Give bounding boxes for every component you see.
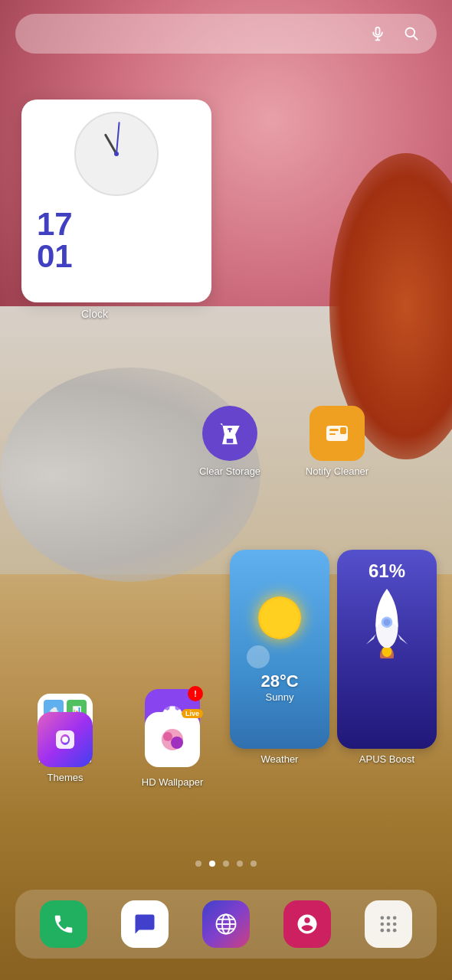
- app-row-1: Clear Storage Notify Cleaner: [0, 406, 452, 477]
- themes-icon: [38, 712, 93, 767]
- themes-label: Themes: [47, 772, 84, 783]
- weather-temperature: 28°C: [260, 671, 298, 691]
- svg-line-4: [414, 36, 418, 40]
- dot-0[interactable]: [195, 861, 201, 867]
- weather-cloud-bubble: [247, 645, 270, 668]
- rocket-icon: [360, 582, 414, 658]
- dock-phone-button[interactable]: [40, 900, 87, 948]
- app-themes[interactable]: Themes: [15, 712, 115, 783]
- svg-point-16: [62, 737, 68, 743]
- dock-messages-button[interactable]: [121, 900, 169, 948]
- clock-center: [114, 152, 119, 156]
- clock-face: [74, 112, 159, 196]
- dock-browser-button[interactable]: [202, 900, 250, 948]
- svg-point-32: [387, 929, 391, 933]
- search-icon[interactable]: [400, 22, 423, 45]
- svg-rect-8: [329, 433, 336, 435]
- notify-cleaner-label: Notify Cleaner: [306, 466, 368, 477]
- hd-wallpaper-icon: [145, 712, 200, 767]
- svg-point-29: [387, 923, 391, 926]
- dot-1[interactable]: [209, 861, 215, 867]
- minute-hand: [116, 122, 120, 154]
- svg-point-25: [381, 916, 385, 920]
- app-row-3: Themes Live HD Wallpaper: [0, 712, 452, 788]
- app-hd-wallpaper[interactable]: Live HD Wallpaper: [123, 712, 222, 788]
- home-screen: 17 01 Clock Clear Storage: [0, 0, 452, 980]
- svg-rect-7: [329, 429, 339, 431]
- svg-point-27: [393, 916, 397, 920]
- settings-notification-badge: !: [188, 686, 203, 701]
- svg-point-19: [171, 737, 183, 749]
- clear-storage-label: Clear Storage: [199, 466, 260, 477]
- notify-cleaner-icon: [310, 406, 365, 461]
- svg-point-31: [381, 929, 385, 933]
- svg-point-26: [387, 916, 391, 920]
- dock-app-drawer-button[interactable]: [365, 900, 412, 948]
- clock-label: Clock: [81, 308, 108, 320]
- dot-3[interactable]: [237, 861, 243, 867]
- app-clear-storage[interactable]: Clear Storage: [180, 406, 280, 477]
- app-notify-cleaner[interactable]: Notify Cleaner: [287, 406, 387, 477]
- hd-wallpaper-label: HD Wallpaper: [142, 776, 203, 788]
- dock: [15, 890, 437, 959]
- weather-condition: Sunny: [266, 691, 294, 703]
- svg-point-18: [163, 732, 172, 741]
- svg-point-30: [393, 923, 397, 926]
- live-badge: Live: [182, 709, 203, 718]
- page-indicator: [0, 861, 452, 867]
- svg-rect-9: [340, 427, 346, 434]
- clock-date: 17 01: [37, 208, 73, 273]
- clear-storage-icon: [202, 406, 257, 461]
- search-bar[interactable]: [15, 14, 437, 54]
- svg-point-14: [383, 619, 390, 626]
- svg-point-33: [393, 929, 397, 933]
- weather-sun-icon: [258, 596, 301, 639]
- clock-widget[interactable]: 17 01: [21, 100, 211, 302]
- svg-rect-0: [376, 28, 380, 35]
- svg-point-28: [381, 923, 385, 926]
- mic-icon[interactable]: [366, 22, 389, 45]
- boost-percentage: 61%: [368, 560, 405, 582]
- hd-wallpaper-icon-wrapper: Live: [145, 712, 200, 772]
- dot-4[interactable]: [251, 861, 257, 867]
- dot-2[interactable]: [223, 861, 229, 867]
- dock-camera-button[interactable]: [283, 900, 331, 948]
